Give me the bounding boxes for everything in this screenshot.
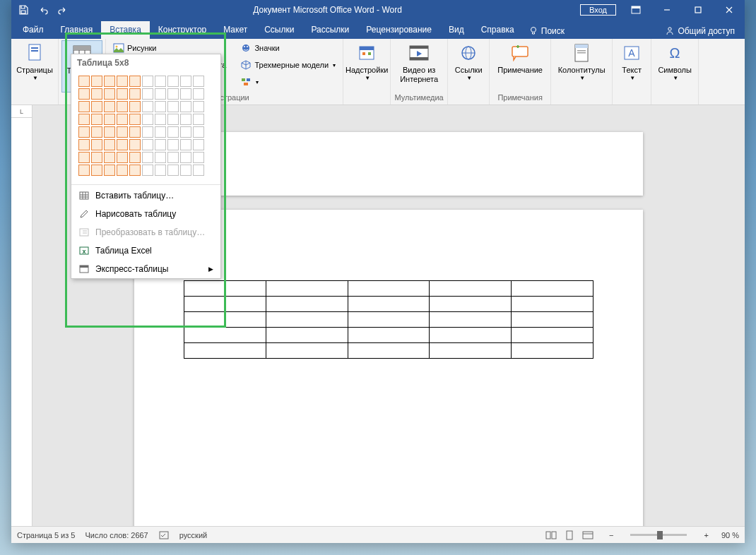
- grid-cell[interactable]: [142, 114, 153, 125]
- grid-cell[interactable]: [91, 101, 102, 112]
- grid-cell[interactable]: [129, 76, 141, 87]
- document-table[interactable]: [184, 280, 593, 359]
- table-cell[interactable]: [430, 328, 512, 343]
- grid-cell[interactable]: [167, 126, 179, 138]
- table-cell[interactable]: [184, 328, 266, 343]
- table-grid-picker[interactable]: [71, 71, 220, 183]
- grid-cell[interactable]: [193, 152, 204, 163]
- grid-cell[interactable]: [155, 139, 166, 150]
- grid-cell[interactable]: [91, 126, 102, 138]
- grid-cell[interactable]: [129, 114, 141, 125]
- grid-cell[interactable]: [117, 101, 128, 112]
- grid-cell[interactable]: [155, 114, 166, 125]
- grid-cell[interactable]: [129, 126, 141, 138]
- spellcheck-icon[interactable]: [158, 530, 170, 540]
- read-view-icon[interactable]: [543, 528, 560, 542]
- grid-cell[interactable]: [180, 139, 191, 150]
- grid-cell[interactable]: [78, 88, 90, 100]
- pages-button[interactable]: Страницы ▼: [14, 40, 55, 92]
- undo-icon[interactable]: [34, 1, 52, 18]
- tab-home[interactable]: Главная: [52, 21, 102, 39]
- grid-cell[interactable]: [78, 76, 90, 87]
- vertical-ruler[interactable]: [11, 118, 33, 526]
- ribbon-options-icon[interactable]: [620, 0, 651, 20]
- table-cell[interactable]: [512, 312, 593, 328]
- tab-design[interactable]: Конструктор: [150, 21, 215, 39]
- grid-cell[interactable]: [129, 88, 141, 100]
- grid-cell[interactable]: [91, 76, 102, 87]
- zoom-out-button[interactable]: −: [606, 531, 616, 539]
- login-button[interactable]: Вход: [580, 4, 616, 16]
- quick-tables-item[interactable]: Экспресс-таблицы ▶: [71, 260, 220, 278]
- grid-cell[interactable]: [193, 165, 204, 176]
- grid-cell[interactable]: [78, 152, 90, 163]
- table-cell[interactable]: [266, 343, 348, 359]
- grid-cell[interactable]: [180, 114, 191, 125]
- tab-insert[interactable]: Вставка: [101, 21, 150, 39]
- table-cell[interactable]: [184, 281, 266, 297]
- table-cell[interactable]: [266, 281, 348, 297]
- web-view-icon[interactable]: [579, 528, 596, 542]
- tab-references[interactable]: Ссылки: [256, 21, 302, 39]
- grid-cell[interactable]: [155, 152, 166, 163]
- grid-cell[interactable]: [129, 152, 141, 163]
- table-cell[interactable]: [348, 281, 430, 297]
- table-cell[interactable]: [266, 312, 348, 328]
- grid-cell[interactable]: [104, 114, 115, 125]
- grid-cell[interactable]: [155, 88, 166, 100]
- save-icon[interactable]: [14, 1, 33, 18]
- tab-mailings[interactable]: Рассылки: [302, 21, 358, 39]
- table-cell[interactable]: [348, 297, 430, 312]
- grid-cell[interactable]: [91, 88, 102, 100]
- grid-cell[interactable]: [129, 101, 141, 112]
- grid-cell[interactable]: [104, 76, 115, 87]
- grid-cell[interactable]: [117, 152, 128, 163]
- print-view-icon[interactable]: [561, 528, 578, 542]
- grid-cell[interactable]: [155, 165, 166, 176]
- table-cell[interactable]: [266, 328, 348, 343]
- grid-cell[interactable]: [104, 126, 115, 138]
- grid-cell[interactable]: [167, 114, 179, 125]
- grid-cell[interactable]: [104, 152, 115, 163]
- grid-cell[interactable]: [91, 165, 102, 176]
- grid-cell[interactable]: [117, 165, 128, 176]
- grid-cell[interactable]: [167, 76, 179, 87]
- grid-cell[interactable]: [142, 88, 153, 100]
- grid-cell[interactable]: [180, 88, 191, 100]
- links-button[interactable]: Ссылки ▼: [451, 40, 486, 92]
- grid-cell[interactable]: [167, 139, 179, 150]
- grid-cell[interactable]: [142, 76, 153, 87]
- table-cell[interactable]: [512, 297, 593, 312]
- tab-search[interactable]: Поиск: [523, 23, 570, 39]
- table-cell[interactable]: [430, 281, 512, 297]
- symbols-button[interactable]: Ω Символы ▼: [654, 40, 695, 92]
- grid-cell[interactable]: [193, 114, 204, 125]
- redo-icon[interactable]: [54, 1, 72, 18]
- tab-help[interactable]: Справка: [473, 21, 523, 39]
- grid-cell[interactable]: [155, 126, 166, 138]
- tab-review[interactable]: Рецензирование: [358, 21, 440, 39]
- grid-cell[interactable]: [167, 165, 179, 176]
- grid-cell[interactable]: [104, 165, 115, 176]
- table-cell[interactable]: [184, 312, 266, 328]
- grid-cell[interactable]: [142, 165, 153, 176]
- grid-cell[interactable]: [117, 139, 128, 150]
- grid-cell[interactable]: [167, 101, 179, 112]
- grid-cell[interactable]: [193, 76, 204, 87]
- table-cell[interactable]: [512, 343, 593, 359]
- table-cell[interactable]: [512, 281, 593, 297]
- draw-table-item[interactable]: Нарисовать таблицу: [71, 205, 220, 223]
- grid-cell[interactable]: [78, 114, 90, 125]
- grid-cell[interactable]: [142, 152, 153, 163]
- word-count[interactable]: Число слов: 2667: [85, 531, 148, 539]
- grid-cell[interactable]: [193, 139, 204, 150]
- close-icon[interactable]: [714, 0, 745, 20]
- grid-cell[interactable]: [155, 101, 166, 112]
- grid-cell[interactable]: [129, 165, 141, 176]
- table-cell[interactable]: [266, 297, 348, 312]
- grid-cell[interactable]: [129, 139, 141, 150]
- tab-view[interactable]: Вид: [440, 21, 473, 39]
- tab-layout[interactable]: Макет: [215, 21, 256, 39]
- grid-cell[interactable]: [142, 126, 153, 138]
- grid-cell[interactable]: [167, 152, 179, 163]
